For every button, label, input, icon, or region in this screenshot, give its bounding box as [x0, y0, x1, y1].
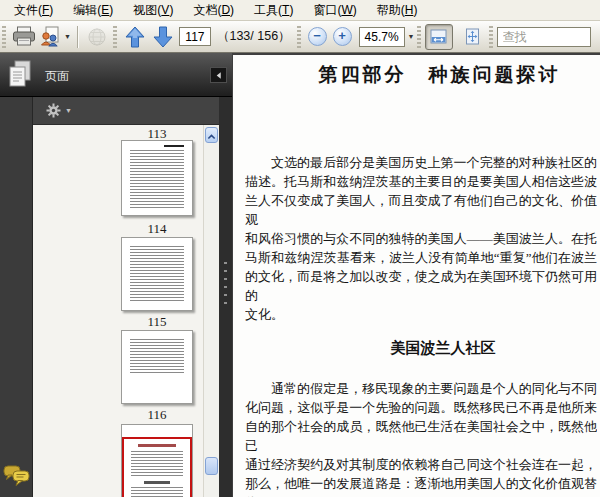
thumbnail-label-115: 115: [121, 314, 193, 330]
main-toolbar: ▼ （133/ 156） − + 45: [0, 21, 600, 53]
page-thumbnail-117-current[interactable]: [121, 424, 193, 497]
toolbar-grip[interactable]: [113, 26, 117, 48]
document-body: 文选的最后部分是美国历史上第一个完整的对种族社区的描述。托马斯和兹纳涅茨基的主要…: [245, 153, 597, 497]
share-button[interactable]: ▼: [38, 24, 72, 50]
comments-icon: [3, 463, 31, 489]
text-line: 的文化，而是将之加以改变，使之成为在美国环境下仍然可用的: [245, 267, 597, 305]
menu-tools[interactable]: 工具(T): [244, 0, 303, 22]
document-subheading: 美国波兰人社区: [245, 339, 597, 358]
arrow-up-icon: [125, 26, 145, 48]
text-line: 文选的最后部分是美国历史上第一个完整的对种族社区的: [245, 153, 597, 172]
thumbnail-subhead-line: [144, 481, 170, 484]
thumbnail-label-116: 116: [121, 407, 193, 423]
zoom-level-value[interactable]: 45.7%: [359, 27, 405, 47]
text-line: 马斯和兹纳涅茨基看来，波兰人没有简单地“重复”他们在波兰: [245, 248, 597, 267]
page-thumbnail-116[interactable]: [121, 330, 193, 404]
text-line: 自的那个社会的成员，既然他已生活在美国社会之中，既然他已: [245, 417, 597, 455]
current-view-rectangle: [122, 437, 192, 497]
fit-width-button[interactable]: [425, 24, 453, 50]
thumbnail-label-114: 114: [121, 221, 193, 237]
text-line: 兰人不仅变成了美国人，而且变成了有他们自己的文化、价值观: [245, 191, 597, 229]
pdf-reader-window: 文件(F) 编辑(E) 视图(V) 文档(D) 工具(T) 窗口(W) 帮助(H…: [0, 0, 600, 497]
page-thumbnail-115[interactable]: [121, 237, 193, 311]
toolbar-grip[interactable]: [2, 26, 6, 48]
print-button[interactable]: [10, 24, 38, 50]
menu-help[interactable]: 帮助(H): [367, 0, 428, 22]
pages-icon[interactable]: [6, 59, 34, 91]
page-count-label: （133/ 156）: [217, 28, 291, 45]
toolbar-grip[interactable]: [489, 26, 493, 48]
text-line: 通过经济契约及对其制度的依赖将自己同这个社会连在一起，: [245, 455, 597, 474]
section-title: 第四部分 种族问题探讨: [233, 62, 600, 88]
find-input[interactable]: [497, 27, 591, 47]
zoom-in-button[interactable]: +: [333, 27, 352, 46]
menu-edit[interactable]: 编辑(E): [63, 0, 123, 22]
menu-window[interactable]: 窗口(W): [303, 0, 366, 22]
previous-page-button[interactable]: [121, 24, 149, 50]
globe-icon: [86, 27, 108, 47]
paragraph-1: 文选的最后部分是美国历史上第一个完整的对种族社区的描述。托马斯和兹纳涅茨基的主要…: [245, 153, 597, 324]
document-page: 第四部分 种族问题探讨 文选的最后部分是美国历史上第一个完整的对种族社区的描述。…: [233, 55, 600, 497]
arrow-down-icon: [153, 26, 173, 48]
toolbar-separator: [77, 26, 78, 48]
collaborate-button[interactable]: [83, 24, 111, 50]
text-line: 文化。: [245, 305, 597, 324]
page-number-input[interactable]: [179, 27, 211, 46]
panel-splitter[interactable]: [219, 97, 232, 497]
options-dropdown-arrow[interactable]: ▼: [65, 107, 72, 114]
splitter-grip-dots: [224, 262, 227, 310]
text-line: 描述。托马斯和兹纳涅茨基的主要目的是要美国人相信这些波: [245, 172, 597, 191]
text-line: 那么，他唯一的发展道路是：逐渐地用美国人的文化价值观替代: [245, 474, 597, 497]
printer-icon: [12, 26, 36, 47]
collapse-panel-button[interactable]: [210, 67, 227, 83]
options-gear-icon[interactable]: [45, 102, 62, 119]
chevron-left-icon: [214, 71, 223, 80]
thumbnail-heading-bar: [164, 145, 184, 147]
zoom-level-combo: 45.7% ▼: [359, 27, 415, 47]
text-line: 化问题，这似乎是一个先验的问题。既然移民已不再是他所来: [245, 398, 597, 417]
scrollbar-up-button[interactable]: [205, 127, 218, 143]
page-thumbnail-114[interactable]: [121, 140, 193, 216]
scrollbar-thumb[interactable]: [205, 457, 218, 475]
navigation-rail: [0, 97, 33, 497]
menu-document[interactable]: 文档(D): [183, 0, 244, 22]
share-document-icon: [39, 26, 61, 47]
next-page-button[interactable]: [149, 24, 177, 50]
share-dropdown-arrow: ▼: [64, 33, 71, 40]
thumbnails-scrollbar[interactable]: [203, 125, 219, 497]
chevron-up-icon: [206, 131, 217, 142]
panel-title: 页面: [45, 68, 69, 85]
zoom-dropdown-arrow[interactable]: ▼: [408, 33, 415, 40]
thumbnail-title-line: [138, 444, 176, 447]
page-thumbnails-panel: 113 114 115 116: [33, 125, 203, 497]
toolbar-grip[interactable]: [417, 26, 421, 48]
comments-panel-button[interactable]: [3, 463, 31, 489]
zoom-out-button[interactable]: −: [308, 27, 327, 46]
toolbar-grip[interactable]: [297, 26, 301, 48]
text-line: 通常的假定是，移民现象的主要问题是个人的同化与不同: [245, 379, 597, 398]
fit-width-icon: [430, 29, 447, 44]
menu-file[interactable]: 文件(F): [4, 0, 63, 22]
menu-view[interactable]: 视图(V): [123, 0, 183, 22]
text-line: 和风俗习惯的与众不同的独特的美国人——美国波兰人。在托: [245, 229, 597, 248]
pages-panel-toolbar: ▼: [33, 97, 219, 125]
menu-bar: 文件(F) 编辑(E) 视图(V) 文档(D) 工具(T) 窗口(W) 帮助(H…: [0, 0, 600, 21]
fit-page-button[interactable]: [459, 24, 487, 50]
pages-panel-header: 页面: [0, 53, 232, 97]
paragraph-2: 通常的假定是，移民现象的主要问题是个人的同化与不同化问题，这似乎是一个先验的问题…: [245, 379, 597, 497]
fit-page-icon: [464, 28, 481, 45]
